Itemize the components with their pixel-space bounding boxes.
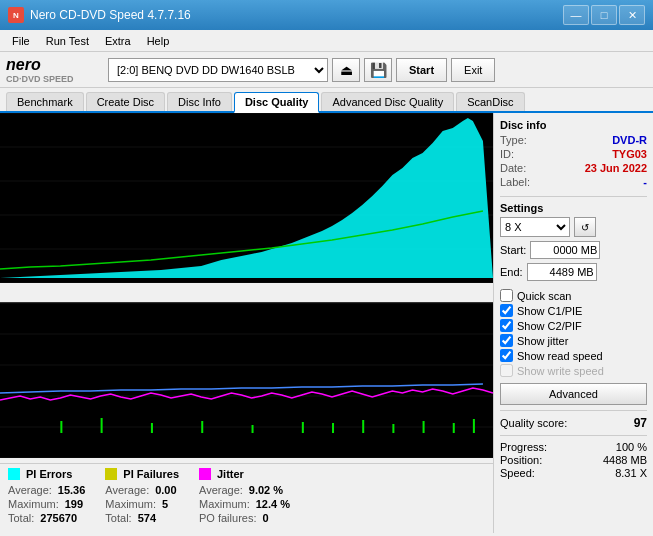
jitter-avg-label: Average: bbox=[199, 484, 243, 496]
tab-advanced-disc-quality[interactable]: Advanced Disc Quality bbox=[321, 92, 454, 111]
position-label: Position: bbox=[500, 454, 542, 466]
tab-create-disc[interactable]: Create Disc bbox=[86, 92, 165, 111]
pi-failures-max-label: Maximum: bbox=[105, 498, 156, 510]
chart-wrapper: 200 160 120 80 40 20 16 12 8 4 0.0 0.5 1… bbox=[0, 113, 493, 533]
quality-score-row: Quality score: 97 bbox=[500, 416, 647, 430]
jitter-max-label: Maximum: bbox=[199, 498, 250, 510]
pi-failures-group: PI Failures Average: 0.00 Maximum: 5 Tot… bbox=[105, 468, 179, 529]
pi-errors-color-box bbox=[8, 468, 20, 480]
separator2 bbox=[500, 410, 647, 411]
jitter-title: Jitter bbox=[217, 468, 244, 480]
reload-button[interactable]: ↺ bbox=[574, 217, 596, 237]
pi-failures-max-value: 5 bbox=[162, 498, 168, 510]
minimize-button[interactable]: — bbox=[563, 5, 589, 25]
disc-date-value: 23 Jun 2022 bbox=[585, 162, 647, 174]
svg-rect-59 bbox=[252, 425, 254, 433]
end-mb-row: End: bbox=[500, 263, 647, 281]
eject-button[interactable]: ⏏ bbox=[332, 58, 360, 82]
pi-errors-group: PI Errors Average: 15.36 Maximum: 199 To… bbox=[8, 468, 85, 529]
menu-help[interactable]: Help bbox=[139, 33, 178, 49]
jitter-po-failures-label: PO failures: bbox=[199, 512, 256, 524]
speed-select[interactable]: 8 X bbox=[500, 217, 570, 237]
show-write-speed-row: Show write speed bbox=[500, 364, 647, 377]
pi-failures-title: PI Failures bbox=[123, 468, 179, 480]
title-bar-controls: — □ ✕ bbox=[563, 5, 645, 25]
position-row: Position: 4488 MB bbox=[500, 454, 647, 466]
save-button[interactable]: 💾 bbox=[364, 58, 392, 82]
end-mb-label: End: bbox=[500, 266, 523, 278]
start-mb-label: Start: bbox=[500, 244, 526, 256]
show-c1pie-row: Show C1/PIE bbox=[500, 304, 647, 317]
stats-bar: PI Errors Average: 15.36 Maximum: 199 To… bbox=[0, 463, 493, 533]
show-c1pie-checkbox[interactable] bbox=[500, 304, 513, 317]
toolbar: nero CD·DVD SPEED [2:0] BENQ DVD DD DW16… bbox=[0, 52, 653, 88]
jitter-color-box bbox=[199, 468, 211, 480]
jitter-avg-row: Average: 9.02 % bbox=[199, 484, 290, 496]
disc-type-row: Type: DVD-R bbox=[500, 134, 647, 146]
svg-rect-61 bbox=[332, 423, 334, 433]
quality-score-value: 97 bbox=[634, 416, 647, 430]
pi-errors-header: PI Errors bbox=[8, 468, 85, 480]
start-mb-input[interactable] bbox=[530, 241, 600, 259]
close-button[interactable]: ✕ bbox=[619, 5, 645, 25]
disc-id-row: ID: TYG03 bbox=[500, 148, 647, 160]
svg-rect-57 bbox=[151, 423, 153, 433]
exit-button[interactable]: Exit bbox=[451, 58, 495, 82]
start-mb-row: Start: bbox=[500, 241, 647, 259]
settings-title: Settings bbox=[500, 202, 647, 214]
tab-scan-disc[interactable]: ScanDisc bbox=[456, 92, 524, 111]
show-jitter-label: Show jitter bbox=[517, 335, 568, 347]
separator3 bbox=[500, 435, 647, 436]
end-mb-input[interactable] bbox=[527, 263, 597, 281]
maximize-button[interactable]: □ bbox=[591, 5, 617, 25]
disc-label-value: - bbox=[643, 176, 647, 188]
show-read-speed-checkbox[interactable] bbox=[500, 349, 513, 362]
drive-select[interactable]: [2:0] BENQ DVD DD DW1640 BSLB bbox=[108, 58, 328, 82]
show-jitter-checkbox[interactable] bbox=[500, 334, 513, 347]
nero-logo: nero CD·DVD SPEED bbox=[6, 56, 96, 84]
disc-info-title: Disc info bbox=[500, 119, 647, 131]
progress-label: Progress: bbox=[500, 441, 547, 453]
chart-top-svg: 200 160 120 80 40 20 16 12 8 4 0.0 0.5 1… bbox=[0, 113, 493, 283]
chart-bottom-svg: 10 8 6 4 2 20 16 12 8 4 0.0 0.5 1.0 1.5 bbox=[0, 303, 493, 458]
position-value: 4488 MB bbox=[603, 454, 647, 466]
advanced-button[interactable]: Advanced bbox=[500, 383, 647, 405]
tab-disc-quality[interactable]: Disc Quality bbox=[234, 92, 320, 113]
menu-bar: File Run Test Extra Help bbox=[0, 30, 653, 52]
quick-scan-checkbox[interactable] bbox=[500, 289, 513, 302]
show-c2pif-checkbox[interactable] bbox=[500, 319, 513, 332]
menu-extra[interactable]: Extra bbox=[97, 33, 139, 49]
start-button[interactable]: Start bbox=[396, 58, 447, 82]
pi-failures-header: PI Failures bbox=[105, 468, 179, 480]
pi-failures-total-value: 574 bbox=[138, 512, 156, 524]
svg-rect-55 bbox=[60, 421, 62, 433]
quality-score-label: Quality score: bbox=[500, 417, 567, 429]
disc-date-label: Date: bbox=[500, 162, 526, 174]
pi-failures-total-row: Total: 574 bbox=[105, 512, 179, 524]
disc-type-label: Type: bbox=[500, 134, 527, 146]
svg-rect-65 bbox=[453, 423, 455, 433]
pi-failures-avg-label: Average: bbox=[105, 484, 149, 496]
show-read-speed-label: Show read speed bbox=[517, 350, 603, 362]
right-panel: Disc info Type: DVD-R ID: TYG03 Date: 23… bbox=[493, 113, 653, 533]
charts-container: 200 160 120 80 40 20 16 12 8 4 0.0 0.5 1… bbox=[0, 113, 493, 463]
show-c2pif-row: Show C2/PIF bbox=[500, 319, 647, 332]
svg-rect-58 bbox=[201, 421, 203, 433]
svg-rect-62 bbox=[362, 420, 364, 433]
settings-section: Settings 8 X ↺ Start: End: bbox=[500, 202, 647, 281]
app-icon: N bbox=[8, 7, 24, 23]
chart-bottom: 10 8 6 4 2 20 16 12 8 4 0.0 0.5 1.0 1.5 bbox=[0, 303, 493, 463]
speed-result-label: Speed: bbox=[500, 467, 535, 479]
jitter-po-failures-value: 0 bbox=[262, 512, 268, 524]
pi-errors-max-row: Maximum: 199 bbox=[8, 498, 85, 510]
jitter-po-failures-row: PO failures: 0 bbox=[199, 512, 290, 524]
pi-failures-max-row: Maximum: 5 bbox=[105, 498, 179, 510]
quick-scan-row: Quick scan bbox=[500, 289, 647, 302]
cdspeed-brand: CD·DVD SPEED bbox=[6, 74, 96, 84]
app-title: Nero CD-DVD Speed 4.7.7.16 bbox=[30, 8, 191, 22]
menu-file[interactable]: File bbox=[4, 33, 38, 49]
tab-disc-info[interactable]: Disc Info bbox=[167, 92, 232, 111]
tab-benchmark[interactable]: Benchmark bbox=[6, 92, 84, 111]
menu-run-test[interactable]: Run Test bbox=[38, 33, 97, 49]
pi-failures-color-box bbox=[105, 468, 117, 480]
